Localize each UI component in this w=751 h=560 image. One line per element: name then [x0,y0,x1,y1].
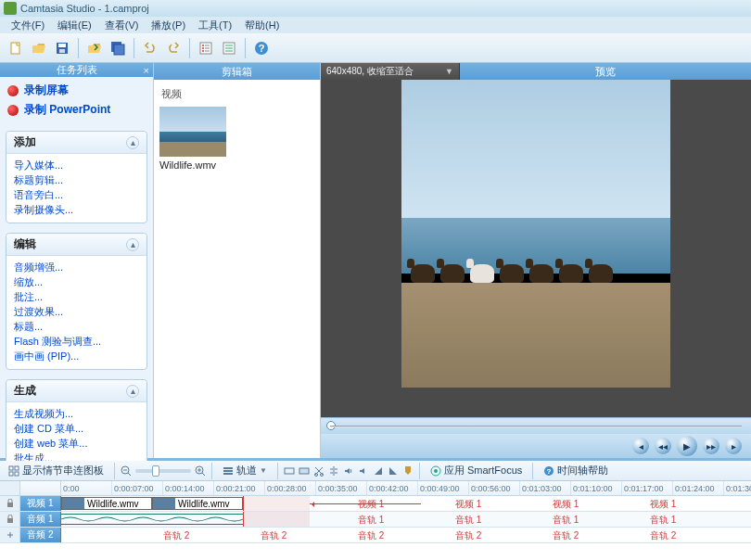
track-lock[interactable] [0,496,20,511]
menu-play[interactable]: 播放(P) [146,18,191,33]
redo-button[interactable] [163,38,184,58]
menu-view[interactable]: 查看(V) [99,18,145,33]
zoom-fit-icon[interactable] [284,465,295,477]
edit-item[interactable]: 画中画 (PIP)... [14,349,139,363]
scrub-track[interactable] [330,426,742,427]
new-button[interactable] [6,38,26,58]
zoom-in-icon[interactable] [195,465,206,477]
edit-card-header[interactable]: 编辑 ▴ [6,234,146,256]
record-icon [7,105,19,116]
ghost-zone [243,496,310,511]
smartfocus-button[interactable]: 应用 SmartFocus [426,463,527,479]
forward-button[interactable]: ▸▸ [703,438,719,454]
timecode: 0:00:56:00 [469,481,520,495]
record-ppt-button[interactable]: 录制 PowerPoint [7,102,146,118]
tracks-button[interactable]: 轨道 ▼ [218,463,272,479]
accordion: 添加 ▴ 导入媒体... 标题剪辑... 语音旁白... 录制摄像头... 编辑… [0,127,153,476]
audio-waveform[interactable] [61,514,243,525]
chevron-up-icon[interactable]: ▴ [126,385,139,398]
timeline-panel: 显示情节串连图板 轨道 ▼ 应用 SmartFocus ? 时间轴帮助 [0,458,751,560]
preview-stage[interactable] [321,80,751,417]
produce-item[interactable]: 创建 web 菜单... [14,436,139,451]
menu-tools[interactable]: 工具(T) [193,18,237,33]
volume-up-icon[interactable] [343,465,354,477]
timeline-clip[interactable]: Wildlife.wmv [152,497,243,510]
storyboard-view-button[interactable]: 显示情节串连图板 [4,463,108,479]
timeline-ruler[interactable]: 0:00 0:00:07:00 0:00:14:00 0:00:21:00 0:… [0,481,751,496]
zoom-slider[interactable] [135,469,191,473]
save-all-button[interactable] [108,38,128,58]
track-label[interactable]: 音频 2 [20,528,61,542]
timeline-help-label: 时间轴帮助 [557,464,608,477]
menu-edit[interactable]: 编辑(E) [52,18,97,33]
produce-card-header[interactable]: 生成 ▴ [6,380,146,402]
import-button[interactable] [84,38,105,58]
undo-button[interactable] [140,38,160,58]
edit-item[interactable]: 缩放... [14,274,139,289]
split-icon[interactable] [328,465,339,477]
svg-point-8 [202,47,204,49]
edit-item[interactable]: 批注... [14,289,139,304]
edit-item[interactable]: 音频增强... [14,260,139,274]
preview-dimension-selector[interactable]: 640x480, 收缩至适合 ▼ [321,63,460,80]
track-label[interactable]: 音频 1 [20,512,61,527]
marker-icon[interactable] [402,465,414,477]
open-button[interactable] [29,38,49,58]
edit-item[interactable]: 标题... [14,319,139,334]
clip-bin-title: 剪辑箱 [154,63,320,80]
prev-frame-button[interactable]: ◂ [632,438,649,454]
timecode: 0:00:21:00 [214,481,265,495]
clip-bin-list[interactable]: 视频 Wildlife.wmv [154,80,320,458]
toolbar-separator [245,38,246,58]
add-item[interactable]: 录制摄像头... [14,202,139,217]
next-frame-button[interactable]: ▸ [725,438,742,454]
chevron-up-icon[interactable]: ▴ [126,136,139,149]
play-button[interactable]: ▶ [677,436,697,456]
zoom-out-icon[interactable] [121,465,132,477]
menu-file[interactable]: 文件(F) [6,18,50,33]
track-eye[interactable] [0,528,20,542]
volume-down-icon[interactable] [358,465,369,477]
track-lock[interactable] [0,512,20,527]
horse-graphic [470,264,494,283]
cut-icon[interactable] [313,465,325,477]
record-screen-button[interactable]: 录制屏幕 [7,83,146,98]
lock-icon [6,499,15,508]
add-item[interactable]: 标题剪辑... [14,172,139,187]
track-lane[interactable]: Wildlife.wmv Wildlife.wmv 视频 1 视频 1 视频 1… [61,496,751,511]
track-label[interactable]: 视频 1 [20,496,61,511]
add-card-header[interactable]: 添加 ▴ [6,132,146,154]
add-item[interactable]: 语音旁白... [14,187,139,202]
produce-item[interactable]: 创建 CD 菜单... [14,421,139,436]
edit-item[interactable]: 过渡效果... [14,304,139,319]
produce-item[interactable]: 生成视频为... [14,406,139,421]
ghost-label: 音轨 2 [261,529,286,542]
menu-help[interactable]: 帮助(H) [239,18,285,33]
add-item[interactable]: 导入媒体... [14,158,139,172]
properties-button[interactable] [196,38,216,58]
fade-in-icon[interactable] [373,465,384,477]
chevron-up-icon[interactable]: ▴ [126,238,139,251]
timecode: 0:01:10:00 [571,481,622,495]
help-button[interactable]: ? [251,38,272,58]
fade-out-icon[interactable] [388,465,399,477]
titlebar: Camtasia Studio - 1.camproj [0,0,751,17]
ghost-label: 音轨 1 [650,514,676,527]
edit-item[interactable]: Flash 测验与调查... [14,334,139,349]
rewind-button[interactable]: ◂◂ [655,438,671,454]
timecode: 0:00:35:00 [316,481,367,495]
timeline-help-button[interactable]: ? 时间轴帮助 [539,463,613,479]
options-button[interactable] [219,38,239,58]
svg-point-25 [320,473,323,476]
clip-item[interactable]: Wildlife.wmv [159,107,226,171]
track-lane[interactable]: 音轨 1 音轨 1 音轨 1 音轨 1 [61,512,751,527]
save-button[interactable] [52,38,72,58]
timeline-clip[interactable]: Wildlife.wmv [61,497,152,510]
preview-scrubber[interactable] [321,417,751,434]
clip-thumb [62,498,84,509]
track-lane[interactable]: 音轨 2 音轨 2 音轨 2 音轨 2 音轨 2 音轨 2 [61,528,751,542]
task-panel-close-icon[interactable]: × [144,65,149,76]
expand-icon [6,530,15,540]
slider-knob[interactable] [152,465,159,477]
zoom-selection-icon[interactable] [299,465,310,477]
